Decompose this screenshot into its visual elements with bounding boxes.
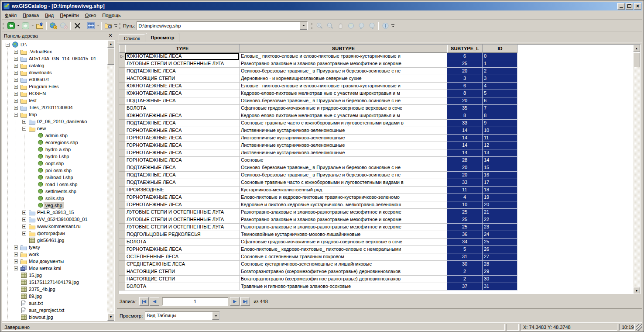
cell-type[interactable]: ОСТЕПНЕННЫЕ ЛЕСА	[125, 253, 240, 261]
geo-toolbar-overflow[interactable]	[391, 21, 395, 31]
resize-grip[interactable]	[636, 324, 642, 331]
cell-type[interactable]: ГОРНОТАЕЖНЫЕ ЛЕСА	[125, 149, 240, 157]
toolbar-grip[interactable]	[311, 22, 312, 30]
row-selector[interactable]	[119, 172, 125, 179]
row-selector[interactable]	[119, 75, 125, 83]
pan-button[interactable]	[335, 21, 346, 31]
tree-expand-icon[interactable]: +	[12, 55, 20, 62]
row-selector[interactable]	[119, 246, 125, 253]
cell-id[interactable]: 18	[483, 187, 517, 194]
tree-item[interactable]: veg.shp	[3, 202, 107, 209]
tree-expand-icon[interactable]: +	[12, 97, 20, 104]
up-one-level-button[interactable]	[34, 21, 45, 31]
cell-id[interactable]: 16	[483, 172, 517, 179]
cell-subtype[interactable]: Кедровые и пихтово-кедровые кустарничков…	[240, 201, 447, 209]
row-selector[interactable]	[119, 283, 125, 290]
cell-type[interactable]: ПОДТАЕЖНЫЕ ЛЕСА	[125, 68, 240, 75]
cell-id[interactable]: 6	[483, 97, 517, 105]
cell-subtype-l[interactable]: 20	[447, 68, 483, 75]
cell-type[interactable]: ГОРНОТАЕЖНЫЕ ЛЕСА	[125, 194, 240, 201]
minimize-button[interactable]	[617, 3, 625, 10]
cell-subtype-l[interactable]: 31	[447, 253, 483, 261]
cell-subtype-l[interactable]: 8	[447, 90, 483, 97]
tree-item[interactable]: +Tiles_201011130804	[3, 104, 107, 111]
cell-subtype[interactable]: Кедрово-елово-пихтовые мелнотрав ные с у…	[240, 112, 447, 120]
close-button[interactable]: ×	[634, 3, 641, 10]
zoom-out-button[interactable]	[325, 21, 335, 31]
cell-subtype[interactable]: Осиново-березовые травяные_ в Приуралье …	[240, 172, 447, 179]
cell-type[interactable]: ПРОИЗВОДНЫЕ	[125, 187, 240, 194]
cell-subtype-l[interactable]: 20	[447, 172, 483, 179]
cell-type[interactable]: ЮЖНОТАЕЖНЫЕ ЛЕСА	[125, 83, 240, 90]
cell-subtype[interactable]: Сфагновые грядово-мочажинные и грядово-о…	[240, 239, 447, 246]
row-selector[interactable]	[119, 105, 125, 112]
cell-id[interactable]: 30	[483, 276, 517, 283]
table-scroll-down-icon[interactable]: ▼	[633, 287, 640, 294]
tree-scroll-down-icon[interactable]: ▼	[107, 313, 114, 321]
properties-button[interactable]	[103, 21, 113, 31]
next-record-button[interactable]: ▶	[230, 297, 240, 306]
row-selector[interactable]	[119, 201, 125, 209]
cell-subtype-l[interactable]: 33	[447, 179, 483, 187]
tree-expand-icon[interactable]: +	[20, 118, 28, 125]
tree-item[interactable]: +02_06_2010_danilenko	[3, 118, 107, 125]
cell-type[interactable]: НАСТОЯЩИЕ СТЕПИ	[125, 268, 240, 276]
cell-subtype-l[interactable]: 25	[447, 209, 483, 216]
tree-expand-icon[interactable]: +	[12, 251, 20, 258]
cell-subtype-l[interactable]: 6	[447, 53, 483, 60]
cell-subtype-l[interactable]: 14	[447, 149, 483, 157]
tree-item[interactable]: hydro-a.shp	[3, 146, 107, 153]
row-selector[interactable]	[119, 268, 125, 276]
cell-subtype-l[interactable]: 25	[447, 60, 483, 68]
cell-type[interactable]: ЛУГОВЫЕ СТЕПИ И ОСТЕПНЕННЫЕ ЛУГА	[125, 216, 240, 224]
row-selector[interactable]	[119, 276, 125, 283]
cell-subtype-l[interactable]: 35	[447, 105, 483, 112]
row-selector[interactable]	[119, 253, 125, 261]
row-selector[interactable]	[119, 224, 125, 231]
tree-item[interactable]: blowout.jpg	[3, 314, 107, 321]
views-dropdown[interactable]	[96, 21, 100, 31]
next-extent-button[interactable]	[367, 21, 377, 31]
menu-window[interactable]: Окно	[82, 12, 99, 19]
cell-subtype-l[interactable]: 28	[447, 157, 483, 164]
cell-id[interactable]: 0	[483, 53, 517, 60]
connect-folder-button[interactable]	[48, 21, 58, 31]
cell-subtype[interactable]: Богаторазнотравно (ксеромезофитное разно…	[240, 268, 447, 276]
full-extent-button[interactable]	[346, 21, 356, 31]
cell-id[interactable]: 17	[483, 179, 517, 187]
tree-scroll-thumb[interactable]	[107, 48, 114, 65]
tree-expand-icon[interactable]: +	[12, 258, 20, 265]
tree-item[interactable]: road-l-osm.shp	[3, 181, 107, 188]
standard-toolbar-overflow[interactable]	[113, 21, 118, 31]
cell-id[interactable]: 11	[483, 135, 517, 142]
cell-id[interactable]: 3	[483, 75, 517, 83]
cell-id[interactable]: 14	[483, 157, 517, 164]
cell-subtype[interactable]: Дерновинно - и корневищнозлаковые северн…	[240, 75, 447, 83]
cell-subtype[interactable]: Разнотравно-злаковые и злаиово-разнотрав…	[240, 224, 447, 231]
row-selector[interactable]	[119, 187, 125, 194]
cell-id[interactable]: 25	[483, 239, 517, 246]
disconnect-folder-button[interactable]	[58, 21, 69, 31]
cell-subtype[interactable]: Лиственничные кустарничково-зеленомошные	[240, 142, 447, 149]
tree-item[interactable]: aus.txt	[3, 300, 107, 307]
column-header-id[interactable]: ID	[483, 45, 517, 53]
cell-subtype-l[interactable]: 11	[447, 187, 483, 194]
tree-expand-icon[interactable]: +	[20, 223, 28, 230]
view-selector-dropdown-icon[interactable]	[212, 312, 219, 320]
cell-subtype[interactable]: Травяные и гипново-травяные зланово-осок…	[240, 283, 447, 290]
cell-subtype[interactable]: Сосновые с остепненным травяным покровом	[240, 253, 447, 261]
tree-item[interactable]: 89.jpg	[3, 293, 107, 300]
column-header-subtype_l[interactable]: SUBTYPE_L	[447, 45, 483, 53]
table-scroll-up-icon[interactable]: ▲	[633, 45, 640, 52]
cell-type[interactable]: БОЛОТА	[125, 105, 240, 112]
cell-subtype[interactable]: Лиственничные кустарничково-зеленомошные	[240, 135, 447, 142]
cell-id[interactable]: 27	[483, 253, 517, 261]
cell-subtype[interactable]: Лиственничные кустарничково-зеленомошные	[240, 149, 447, 157]
cell-id[interactable]: 10	[483, 127, 517, 135]
cell-subtype-l[interactable]: 36	[447, 231, 483, 239]
cell-id[interactable]: 7	[483, 105, 517, 112]
cell-type[interactable]: ПОДТАЕЖНЫЕ ЛЕСА	[125, 120, 240, 127]
row-selector[interactable]	[119, 83, 125, 90]
cell-type[interactable]: ЛУГОВЫЕ СТЕПИ И ОСТЕПНЕННЫЕ ЛУГА	[125, 60, 240, 68]
tree-item[interactable]: +Мои метки.kml	[3, 265, 107, 272]
